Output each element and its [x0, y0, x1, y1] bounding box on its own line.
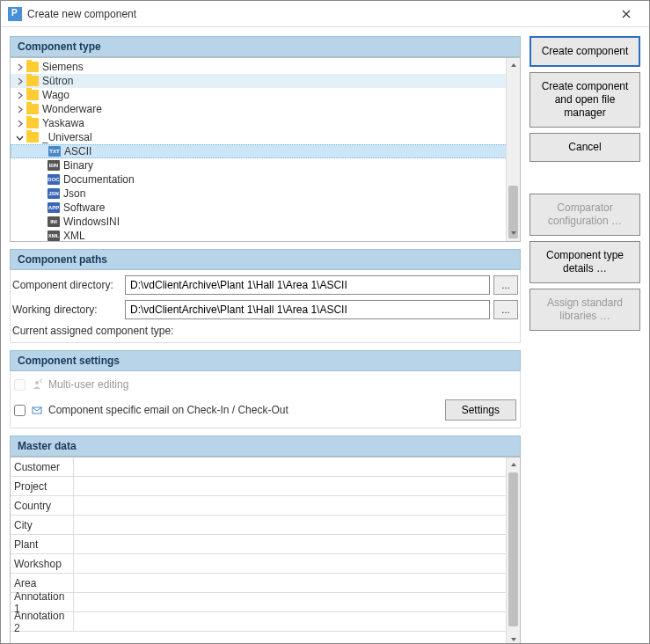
- master-field-label: City: [11, 516, 74, 534]
- section-header-component-type: Component type: [10, 36, 521, 57]
- email-settings-button[interactable]: Settings: [445, 399, 516, 421]
- tree-label: WindowsINI: [63, 216, 120, 228]
- component-details-button[interactable]: Component type details …: [529, 241, 640, 283]
- section-header-component-paths: Component paths: [10, 249, 521, 270]
- multi-user-icon: [31, 378, 43, 391]
- scroll-up-arrow[interactable]: [508, 59, 520, 71]
- tree-label: Wonderware: [42, 103, 102, 115]
- folder-icon: [26, 90, 39, 100]
- tree-scrollbar[interactable]: [506, 58, 520, 241]
- master-field-label: Country: [11, 496, 74, 515]
- close-button[interactable]: [610, 3, 642, 26]
- master-row-workshop[interactable]: Workshop: [11, 554, 520, 574]
- tree-folder-universal[interactable]: _Universal: [11, 130, 520, 144]
- folder-icon: [26, 118, 39, 128]
- close-icon: [622, 10, 631, 18]
- tree-folder-sütron[interactable]: Sütron: [11, 74, 520, 88]
- comparator-config-button[interactable]: Comparator configuration …: [529, 194, 640, 236]
- tree-label: ASCII: [64, 145, 91, 157]
- email-check-label: Component specific email on Check-In / C…: [48, 404, 288, 416]
- tree-label: Software: [63, 201, 105, 214]
- file-type-icon: BIN: [47, 160, 60, 171]
- tree-label: Siemens: [42, 61, 84, 73]
- tree-item-json[interactable]: JSNJson: [11, 187, 520, 201]
- file-type-icon: XML: [47, 231, 60, 241]
- tree-folder-yaskawa[interactable]: Yaskawa: [11, 116, 520, 130]
- chevron-right-icon[interactable]: [14, 104, 25, 114]
- tree-label: _Universal: [42, 131, 92, 143]
- master-row-country[interactable]: Country: [11, 496, 520, 516]
- browse-working-dir-button[interactable]: …: [493, 300, 518, 319]
- file-type-icon: INI: [47, 216, 60, 227]
- master-row-annotation-2[interactable]: Annotation 2: [11, 612, 520, 632]
- tree-item-documentation[interactable]: DOCDocumentation: [11, 172, 520, 187]
- master-field-label: Customer: [11, 457, 74, 476]
- master-field-label: Project: [11, 477, 74, 495]
- folder-icon: [26, 76, 39, 86]
- chevron-right-icon[interactable]: [14, 62, 25, 72]
- master-scroll-up[interactable]: [508, 458, 520, 471]
- tree-item-xml[interactable]: XMLXML: [11, 229, 520, 241]
- tree-label: Sütron: [42, 75, 73, 87]
- create-component-button[interactable]: Create component: [529, 36, 640, 67]
- tree-label: Wago: [42, 89, 69, 101]
- tree-label: Json: [63, 187, 85, 200]
- tree-label: Binary: [63, 159, 93, 172]
- master-row-city[interactable]: City: [11, 516, 520, 535]
- section-header-component-settings: Component settings: [10, 350, 521, 371]
- dialog-title: Create new component: [27, 8, 610, 20]
- chevron-right-icon[interactable]: [14, 118, 25, 128]
- folder-icon: [26, 132, 39, 143]
- working-directory-label: Working directory:: [12, 304, 121, 316]
- cancel-button[interactable]: Cancel: [529, 133, 640, 162]
- assigned-type-label: Current assigned component type:: [12, 325, 173, 337]
- folder-icon: [26, 62, 39, 72]
- chevron-right-icon[interactable]: [14, 90, 25, 100]
- app-icon: [8, 7, 22, 21]
- component-type-tree[interactable]: SiemensSütronWagoWonderwareYaskawa_Unive…: [10, 57, 521, 242]
- master-row-annotation-1[interactable]: Annotation 1: [11, 593, 520, 612]
- svg-point-0: [35, 381, 39, 384]
- create-and-open-button[interactable]: Create component and open file manager: [529, 72, 640, 128]
- email-check-checkbox[interactable]: [14, 405, 26, 416]
- tree-item-binary[interactable]: BINBinary: [11, 158, 520, 172]
- tree-item-windowsini[interactable]: INIWindowsINI: [11, 215, 520, 229]
- multi-user-label: Multi-user editing: [48, 378, 128, 391]
- assign-libraries-button[interactable]: Assign standard libraries …: [529, 289, 640, 331]
- component-directory-input[interactable]: [125, 275, 490, 295]
- master-row-project[interactable]: Project: [11, 477, 520, 496]
- master-field-label: Plant: [11, 535, 74, 553]
- tree-folder-wago[interactable]: Wago: [11, 88, 520, 102]
- section-header-master-data: Master data: [10, 435, 521, 457]
- file-type-icon: DOC: [47, 174, 60, 185]
- component-directory-label: Component directory:: [12, 279, 121, 291]
- scroll-down-arrow[interactable]: [508, 227, 520, 239]
- master-scroll-down[interactable]: [508, 633, 520, 644]
- email-icon: [31, 404, 43, 416]
- master-row-plant[interactable]: Plant: [11, 535, 520, 554]
- tree-folder-wonderware[interactable]: Wonderware: [11, 102, 520, 116]
- tree-item-software[interactable]: APPSoftware: [11, 201, 520, 215]
- tree-item-ascii[interactable]: TXTASCII: [11, 144, 520, 158]
- tree-label: Documentation: [63, 173, 135, 186]
- master-field-label: Workshop: [11, 554, 74, 573]
- master-field-label: Annotation 2: [11, 612, 74, 631]
- chevron-right-icon[interactable]: [14, 76, 25, 86]
- file-type-icon: APP: [47, 202, 60, 213]
- multi-user-checkbox: [14, 379, 26, 391]
- master-scrollbar-thumb[interactable]: [508, 472, 518, 626]
- master-row-area[interactable]: Area: [11, 574, 520, 593]
- master-row-customer[interactable]: Customer: [11, 457, 520, 477]
- file-type-icon: JSN: [47, 188, 60, 199]
- file-type-icon: TXT: [48, 146, 61, 157]
- folder-icon: [26, 104, 39, 114]
- tree-folder-siemens[interactable]: Siemens: [11, 60, 520, 74]
- chevron-down-icon[interactable]: [14, 132, 25, 143]
- master-data-grid[interactable]: CustomerProjectCountryCityPlantWorkshopA…: [10, 457, 521, 644]
- browse-component-dir-button[interactable]: …: [493, 275, 518, 295]
- working-directory-input[interactable]: [125, 300, 490, 319]
- tree-label: Yaskawa: [42, 117, 84, 129]
- master-scrollbar[interactable]: [506, 457, 520, 644]
- tree-label: XML: [63, 230, 85, 241]
